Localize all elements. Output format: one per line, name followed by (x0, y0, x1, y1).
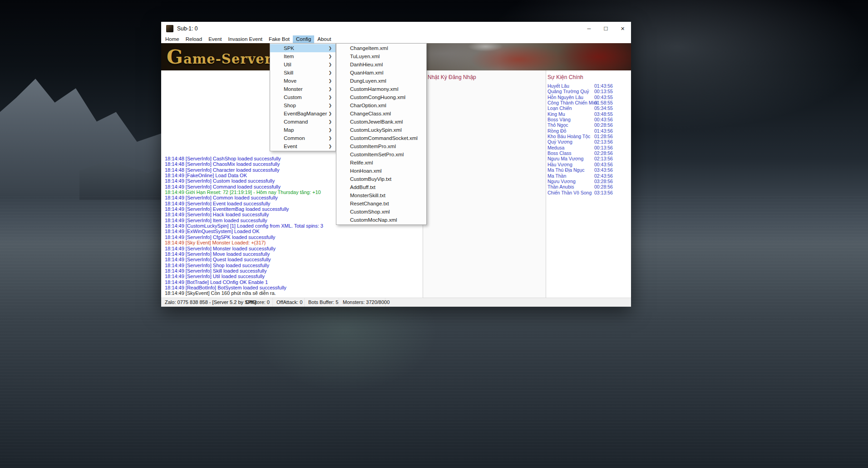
config-menu-item-map[interactable]: Map❯ (270, 126, 335, 134)
config-menu-item-util[interactable]: Util❯ (270, 60, 335, 69)
event-name: Chiến Thần Vô Song (547, 190, 592, 195)
menubar-item-invasion-event[interactable]: Invasion Event (225, 35, 266, 43)
config-menu-item-custom[interactable]: Custom❯ (270, 93, 335, 101)
event-name: Ma Thú Địa Ngục (547, 167, 585, 173)
menu-item-label: TuLuyen.xml (350, 54, 380, 59)
event-time: 03:28:56 (594, 179, 613, 184)
login-log-list[interactable] (423, 82, 546, 298)
log-line: 18:14:49 [ServerInfo] Monster loaded suc… (165, 246, 423, 251)
spk-submenu-item-customitemsetpro-xml[interactable]: CustomItemSetPro.xml (336, 150, 426, 159)
event-row: Ngưu Ma Vương02:13:56 (546, 156, 631, 161)
config-menu: SPK❯Item❯Util❯Skill❯Move❯Monster❯Custom❯… (270, 43, 336, 151)
event-name: Quỷ Vương (547, 139, 572, 144)
maximize-button[interactable]: ☐ (597, 22, 614, 35)
menubar-item-reload[interactable]: Reload (182, 35, 205, 43)
menubar-item-fake-bot[interactable]: Fake Bot (266, 35, 293, 43)
titlebar[interactable]: Sub-1: 0 ─ ☐ ✕ (161, 22, 631, 35)
spk-submenu-item-customcommandsocket-xml[interactable]: CustomCommandSocket.xml (336, 134, 426, 142)
submenu-arrow-icon: ❯ (328, 77, 332, 85)
menubar-item-about[interactable]: About (314, 35, 334, 43)
log-line: 18:14:49 [ServerInfo] Quest loaded succe… (165, 257, 423, 262)
event-time: 01:28:56 (594, 134, 613, 139)
config-menu-item-shop[interactable]: Shop❯ (270, 101, 335, 110)
event-row: Huyết Lâu01:43:56 (546, 83, 631, 89)
menu-item-label: CustomCommandSocket.xml (350, 135, 418, 141)
login-log-panel: Nhật Ký Đăng Nhập (423, 70, 546, 298)
menu-item-label: Util (284, 62, 291, 67)
menu-item-label: CustomCongHuong.xml (350, 95, 405, 100)
log-line: 18:14:49 [ServerInfo] CfgSPK loaded succ… (165, 234, 423, 240)
spk-submenu-item-honhoan-xml[interactable]: HonHoan.xml (336, 167, 426, 175)
submenu-arrow-icon: ❯ (328, 93, 332, 101)
menu-item-label: Item (284, 54, 294, 59)
event-row: Chiến Thần Vô Song03:13:56 (546, 190, 631, 195)
event-row: Hỗn Nguyên Lâu00:43:55 (546, 95, 631, 100)
event-row: Boss Class02:28:56 (546, 150, 631, 156)
event-name: Medusa (547, 145, 564, 150)
spk-submenu-item-addbuff-txt[interactable]: AddBuff.txt (336, 183, 426, 191)
event-time: 03:13:56 (594, 190, 613, 195)
spk-submenu-item-customjewelbank-xml[interactable]: CustomJewelBank.xml (336, 118, 426, 126)
spk-submenu-item-changeclass-xml[interactable]: ChangeClass.xml (336, 110, 426, 118)
event-time: 00:43:56 (594, 162, 613, 167)
submenu-arrow-icon: ❯ (328, 101, 332, 110)
config-menu-item-item[interactable]: Item❯ (270, 52, 335, 60)
event-time: 03:48:55 (594, 111, 613, 117)
event-name: Loạn Chiến (547, 105, 572, 111)
spk-submenu-item-customluckyspin-xml[interactable]: CustomLuckySpin.xml (336, 126, 426, 134)
config-menu-item-move[interactable]: Move❯ (270, 77, 335, 85)
spk-submenu-item-relife-xml[interactable]: Relife.xml (336, 159, 426, 167)
event-time: 02:13:56 (594, 139, 613, 144)
spk-submenu-item-charoption-xml[interactable]: CharOption.xml (336, 101, 426, 110)
banner-title: Game-Server (167, 46, 272, 68)
spk-submenu-item-quanham-xml[interactable]: QuanHam.xml (336, 69, 426, 77)
spk-submenu-item-changeitem-xml[interactable]: ChangeItem.xml (336, 44, 426, 52)
menu-item-label: Event (284, 144, 297, 149)
menu-item-label: Custom (284, 95, 302, 100)
spk-submenu-item-tuluyen-xml[interactable]: TuLuyen.xml (336, 52, 426, 60)
spk-submenu-item-customshop-xml[interactable]: CustomShop.xml (336, 208, 426, 216)
spk-submenu-item-resetchange-txt[interactable]: ResetChange.txt (336, 199, 426, 208)
config-menu-item-common[interactable]: Common❯ (270, 134, 335, 142)
spk-submenu-item-customharmony-xml[interactable]: CustomHarmony.xml (336, 85, 426, 93)
spk-submenu-item-custombuyvip-txt[interactable]: CustomBuyVip.txt (336, 175, 426, 183)
menubar-item-home[interactable]: Home (162, 35, 182, 43)
config-menu-item-command[interactable]: Command❯ (270, 118, 335, 126)
event-time: 01:43:56 (594, 128, 613, 134)
menubar-item-event[interactable]: Event (205, 35, 225, 43)
event-name: Công Thành Chiến Mini (547, 100, 597, 105)
submenu-arrow-icon: ❯ (328, 52, 332, 60)
spk-submenu-item-monsterskill-txt[interactable]: MonsterSkill.txt (336, 191, 426, 199)
spk-submenu-item-customconghuong-xml[interactable]: CustomCongHuong.xml (336, 93, 426, 101)
menu-item-label: ResetChange.txt (350, 201, 389, 206)
menu-item-label: QuanHam.xml (350, 70, 384, 75)
menu-item-label: CustomItemSetPro.xml (350, 152, 404, 157)
config-menu-item-eventbagmanager[interactable]: EventBagManager❯ (270, 110, 335, 118)
menu-item-label: CustomJewelBank.xml (350, 119, 403, 124)
event-row: Thỏ Ngọc00:28:56 (546, 122, 631, 128)
event-time: 02:43:56 (594, 173, 613, 179)
spk-submenu-item-customitempro-xml[interactable]: CustomItemPro.xml (336, 142, 426, 150)
log-line: 18:14:49 [ServerInfo] Shop loaded succes… (165, 263, 423, 268)
spk-submenu-item-dungluyen-xml[interactable]: DungLuyen.xml (336, 77, 426, 85)
menu-item-label: DungLuyen.xml (350, 78, 386, 84)
event-name: Thần Anubis (547, 184, 574, 189)
menu-item-label: SPK (284, 45, 294, 51)
menu-item-label: EventBagManager (284, 111, 327, 116)
status-item-0: Zalo: 0775 838 858 - [Server 5.2 by SPK] (161, 298, 242, 307)
log-line: 18:14:49 [ExWinQuestSystem] Loaded OK (165, 229, 423, 234)
spk-submenu-item-danhhieu-xml[interactable]: DanhHieu.xml (336, 60, 426, 69)
minimize-button[interactable]: ─ (581, 22, 597, 35)
event-name: Boss Class (547, 150, 572, 156)
config-menu-item-monster[interactable]: Monster❯ (270, 85, 335, 93)
menubar-item-config[interactable]: Config (293, 35, 314, 43)
config-menu-item-spk[interactable]: SPK❯ (270, 44, 335, 52)
close-button[interactable]: ✕ (614, 22, 631, 35)
spk-submenu-item-custommocnap-xml[interactable]: CustomMocNap.xml (336, 216, 426, 224)
event-row: Loạn Chiến05:34:55 (546, 105, 631, 111)
window-controls: ─ ☐ ✕ (581, 22, 631, 35)
config-menu-item-event[interactable]: Event❯ (270, 142, 335, 150)
app-icon (166, 25, 173, 32)
menu-item-label: CustomHarmony.xml (350, 86, 399, 92)
config-menu-item-skill[interactable]: Skill❯ (270, 69, 335, 77)
